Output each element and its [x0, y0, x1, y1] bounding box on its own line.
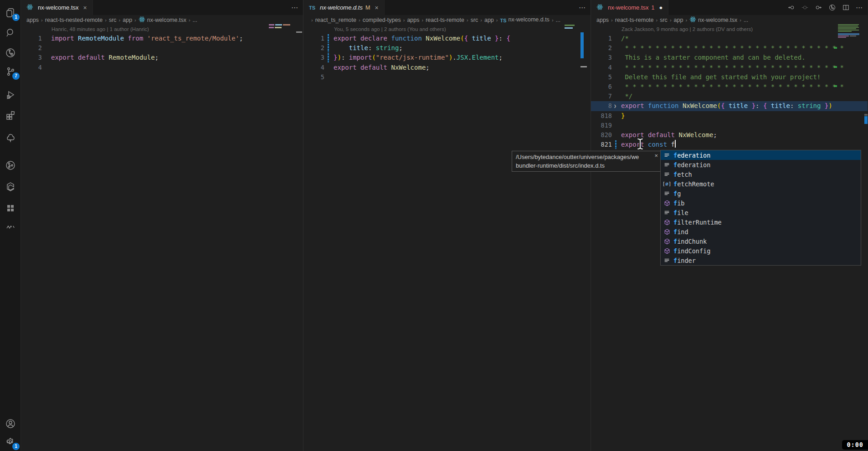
- line-number[interactable]: 3: [303, 53, 324, 62]
- code-line-6[interactable]: 6 * * * * * * * * * * * * * * * * * * * …: [591, 82, 868, 92]
- suggestion-item-fib[interactable]: fib: [661, 198, 861, 208]
- breadcrumb-item[interactable]: react-ts-remote: [426, 17, 464, 23]
- breadcrumb-item[interactable]: ...: [556, 17, 560, 23]
- line-number[interactable]: 5: [591, 72, 612, 82]
- line-number[interactable]: 819: [591, 121, 612, 130]
- settings-icon[interactable]: 1: [0, 433, 21, 451]
- tab-nx-welcome.tsx[interactable]: nx-welcome.tsx1●: [591, 0, 668, 15]
- breadcrumb-item[interactable]: react-ts-nested-remote: [45, 17, 103, 23]
- line-number[interactable]: 1: [591, 34, 612, 43]
- line-number[interactable]: 8: [591, 101, 612, 111]
- run-debug-icon[interactable]: [0, 86, 21, 104]
- suggestion-item-federation[interactable]: federation: [661, 150, 861, 160]
- code-line-2[interactable]: 2 title: string;: [303, 43, 591, 53]
- code-line-8[interactable]: 8❯export function NxWelcome({ title }: {…: [591, 101, 868, 111]
- breadcrumb-item[interactable]: src: [471, 17, 478, 23]
- suggestion-item-fetch[interactable]: fetch: [661, 169, 861, 179]
- explorer-icon[interactable]: 1: [0, 4, 21, 22]
- code-line-3[interactable]: 3 This is a starter component and can be…: [591, 53, 868, 62]
- code-line-4[interactable]: 4export default NxWelcome;: [303, 63, 591, 72]
- git-modified-gutter-mark[interactable]: [615, 140, 616, 149]
- suggestion-item-finder[interactable]: finder: [661, 256, 861, 265]
- fold-chevron-icon[interactable]: ❯: [614, 101, 616, 111]
- line-number[interactable]: 1: [21, 34, 42, 43]
- git-modified-gutter-mark[interactable]: [328, 34, 329, 43]
- suggestion-item-findChunk[interactable]: findChunk: [661, 236, 861, 246]
- more-icon[interactable]: ⋯: [290, 3, 299, 12]
- line-number[interactable]: 3: [21, 53, 42, 62]
- tab-nx-welcome.d.ts[interactable]: TSnx-welcome.d.tsM×: [303, 0, 385, 15]
- line-number[interactable]: 818: [591, 111, 612, 121]
- line-number[interactable]: 820: [591, 130, 612, 140]
- code-line-1[interactable]: 1import RemoteModule from 'react_ts_remo…: [21, 34, 303, 43]
- code-line-4[interactable]: 4: [21, 63, 303, 72]
- git-modified-gutter-mark[interactable]: [328, 44, 329, 52]
- close-icon[interactable]: ×: [654, 152, 658, 159]
- line-number[interactable]: 4: [591, 63, 612, 72]
- code-line-1[interactable]: 1export declare function NxWelcome({ tit…: [303, 34, 591, 43]
- line-number[interactable]: 5: [303, 72, 324, 82]
- line-number[interactable]: 4: [303, 63, 324, 72]
- code-line-5[interactable]: 5 Delete this file and get started with …: [591, 72, 868, 82]
- prev-change-icon[interactable]: [786, 3, 796, 12]
- code-line-821[interactable]: 821export const f: [591, 140, 868, 149]
- extensions-icon[interactable]: [0, 106, 21, 124]
- gitlens-icon[interactable]: [0, 44, 21, 62]
- git-modified-gutter-mark[interactable]: [328, 53, 329, 62]
- split-editor-icon[interactable]: [841, 3, 850, 12]
- breadcrumb-item[interactable]: nx-welcome.tsx: [139, 16, 186, 24]
- search-icon[interactable]: [0, 24, 21, 42]
- breadcrumb-item[interactable]: react-ts-remote: [615, 17, 654, 23]
- changes-icon[interactable]: [800, 3, 809, 12]
- squiggle-extension-icon[interactable]: [0, 218, 21, 236]
- git-graph-icon[interactable]: [0, 156, 21, 174]
- code-line-818[interactable]: 818}: [591, 111, 868, 121]
- code-editor[interactable]: Hanric, 48 minutes ago | 1 author (Hanri…: [21, 25, 303, 72]
- suggestion-item-findConfig[interactable]: findConfig: [661, 246, 861, 256]
- line-number[interactable]: 2: [591, 43, 612, 53]
- breadcrumb-item[interactable]: apps: [26, 17, 39, 23]
- line-number[interactable]: 7: [591, 92, 612, 101]
- suggestion-item-fetchRemote[interactable]: [ø]fetchRemote: [661, 179, 861, 189]
- code-line-7[interactable]: 7 */: [591, 92, 868, 101]
- code-editor[interactable]: Zack Jackson, 9 months ago | 2 authors (…: [591, 25, 868, 149]
- grid-extension-icon[interactable]: [0, 199, 21, 217]
- more-icon[interactable]: ⋯: [855, 3, 864, 12]
- line-number[interactable]: 3: [591, 53, 612, 62]
- breadcrumb-item[interactable]: apps: [596, 17, 609, 23]
- line-number[interactable]: 6: [591, 82, 612, 92]
- code-line-3[interactable]: 3export default RemoteModule;: [21, 53, 303, 62]
- breadcrumb-item[interactable]: app: [123, 17, 132, 23]
- line-number[interactable]: 2: [303, 43, 324, 53]
- suggestion-item-file[interactable]: file: [661, 208, 861, 217]
- breadcrumb-item[interactable]: ...: [193, 17, 197, 23]
- tab-nx-welcome.tsx[interactable]: nx-welcome.tsx×: [21, 0, 93, 15]
- code-line-2[interactable]: 2 * * * * * * * * * * * * * * * * * * * …: [591, 43, 868, 53]
- tab-close-icon[interactable]: ×: [83, 4, 87, 11]
- line-number[interactable]: 4: [21, 63, 42, 72]
- code-line-820[interactable]: 820export default NxWelcome;: [591, 130, 868, 140]
- breadcrumb-item[interactable]: nx-welcome.tsx: [689, 16, 737, 24]
- testing-tree-icon[interactable]: [0, 129, 21, 147]
- history-icon[interactable]: [827, 3, 837, 12]
- suggestion-item-fg[interactable]: fg: [661, 189, 861, 198]
- suggestion-item-find[interactable]: find: [661, 227, 861, 236]
- breadcrumb-item[interactable]: compiled-types: [363, 17, 401, 23]
- breadcrumb-item[interactable]: app: [674, 17, 683, 23]
- breadcrumb-item[interactable]: TSnx-welcome.d.ts: [500, 16, 550, 24]
- hexagon-extension-icon[interactable]: [0, 178, 21, 196]
- line-number[interactable]: 1: [303, 34, 324, 43]
- line-number[interactable]: 821: [591, 140, 612, 149]
- code-editor[interactable]: You, 5 seconds ago | 2 authors (You and …: [303, 25, 591, 82]
- more-icon[interactable]: ⋯: [578, 3, 587, 12]
- breadcrumb-item[interactable]: ...: [744, 17, 748, 23]
- code-line-1[interactable]: 1/*: [591, 34, 868, 43]
- line-number[interactable]: 2: [21, 43, 42, 53]
- breadcrumb-item[interactable]: src: [109, 17, 117, 23]
- breadcrumb-item[interactable]: app: [484, 17, 494, 23]
- code-line-4[interactable]: 4 * * * * * * * * * * * * * * * * * * * …: [591, 63, 868, 72]
- code-line-3[interactable]: 3}): import("react/jsx-runtime").JSX.Ele…: [303, 53, 591, 62]
- accounts-icon[interactable]: [0, 415, 21, 433]
- tab-close-icon[interactable]: ×: [375, 4, 378, 11]
- suggestion-item-federation[interactable]: federation: [661, 160, 861, 169]
